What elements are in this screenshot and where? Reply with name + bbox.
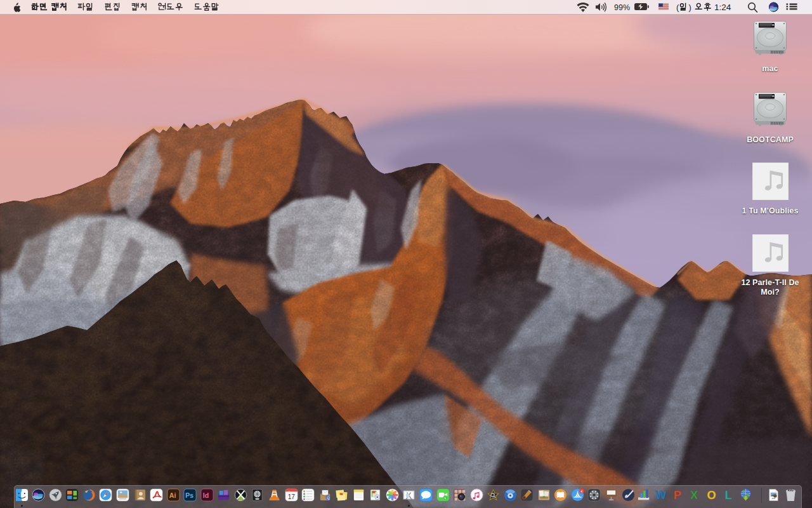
svg-text:O: O <box>707 489 716 502</box>
svg-text:Ps: Ps <box>186 491 194 499</box>
svg-text:99%: 99% <box>614 3 630 12</box>
svg-text:W: W <box>655 489 667 502</box>
svg-text:(: ( <box>676 3 679 12</box>
svg-text:): ) <box>689 3 691 12</box>
svg-text:17: 17 <box>287 493 295 500</box>
svg-text:1:24: 1:24 <box>714 3 731 12</box>
svg-text:L: L <box>725 489 732 502</box>
svg-text:Id: Id <box>203 491 209 499</box>
svg-text:4: 4 <box>580 490 582 493</box>
svg-text:X: X <box>690 489 698 502</box>
svg-text:Q: Q <box>326 495 329 500</box>
svg-text:Ai: Ai <box>169 491 176 499</box>
svg-text:P: P <box>674 489 681 502</box>
